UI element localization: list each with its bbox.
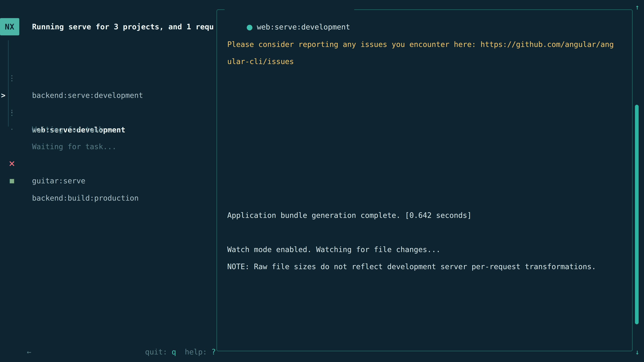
pagination: ← 1/1 → xyxy=(9,326,46,343)
blank-line xyxy=(227,224,632,241)
output-panel-title-text: web:serve:development xyxy=(257,23,350,31)
watch-mode-line: Watch mode enabled. Watching for file ch… xyxy=(227,241,632,258)
issue-report-line-2: ular-cli/issues xyxy=(227,53,632,70)
task-label: Waiting for task... xyxy=(32,121,116,138)
blank-line xyxy=(227,156,632,173)
task-row-backend-build[interactable]: ■ backend:build:production xyxy=(0,155,216,172)
task-row-waiting-2[interactable]: · Waiting for task... xyxy=(0,103,216,121)
scroll-up-arrow-icon[interactable]: ↑ xyxy=(632,0,642,14)
cursor-line xyxy=(227,309,632,327)
help-hint-line: →pressh + enterto show help xyxy=(227,292,632,309)
nx-logo: NX xyxy=(0,18,19,35)
task-row-guitar-serve[interactable]: × guitar:serve xyxy=(0,138,216,155)
task-row-web-serve-selected[interactable]: > ⋮ web:serve:development xyxy=(0,69,216,87)
keybinding-hints: quit:qhelp:? xyxy=(127,326,216,343)
blank-line xyxy=(227,190,632,207)
task-status-dot-icon: ● xyxy=(246,23,253,31)
note-line: NOTE: Raw file sizes do not reflect deve… xyxy=(227,258,632,275)
waiting-dot-icon: · xyxy=(8,121,16,138)
blank-line xyxy=(227,70,632,87)
chunk-table-header: Initial chunk files|Names|Raw size xyxy=(227,87,632,104)
issue-report-line-1: Please consider reporting any issues you… xyxy=(227,36,632,53)
output-panel-title: ●web:serve:development xyxy=(224,1,354,18)
chunk-row-polyfills: polyfills.js|polyfills|90.20 kB| xyxy=(227,104,632,121)
help-hint-label: help: xyxy=(185,348,207,356)
local-server-line: →Local:http://localhost:4200/ xyxy=(227,275,632,292)
output-panel: ●web:serve:development Please consider r… xyxy=(216,9,632,351)
scrollbar-thumb[interactable] xyxy=(635,105,639,324)
chunk-row-styles: styles.css|styles|104 bytes| xyxy=(227,138,632,156)
run-summary-title: Running serve for 3 projects, and 1 requ xyxy=(32,18,214,35)
task-sidebar: NX Running serve for 3 projects, and 1 r… xyxy=(0,0,216,362)
success-square-icon: ■ xyxy=(8,172,16,189)
quit-hint-label: quit: xyxy=(145,348,167,356)
scroll-down-arrow-icon[interactable]: ↓ xyxy=(632,345,642,359)
task-label: guitar:serve xyxy=(32,172,85,189)
task-row-backend-serve[interactable]: ⋮ backend:serve:development xyxy=(0,52,216,69)
quit-key: q xyxy=(172,348,176,356)
prev-page-arrow-icon[interactable]: ← xyxy=(27,348,31,356)
help-key: ? xyxy=(211,348,216,356)
chunk-row-main: main.js|main|3.42 kB| xyxy=(227,121,632,138)
initial-total-row: |Initial total|93.72 kB xyxy=(227,173,632,190)
task-label: backend:build:production xyxy=(32,189,139,207)
task-row-waiting-1[interactable]: · Waiting for task... xyxy=(0,86,216,104)
bundle-complete-line: Application bundle generation complete. … xyxy=(227,207,632,224)
